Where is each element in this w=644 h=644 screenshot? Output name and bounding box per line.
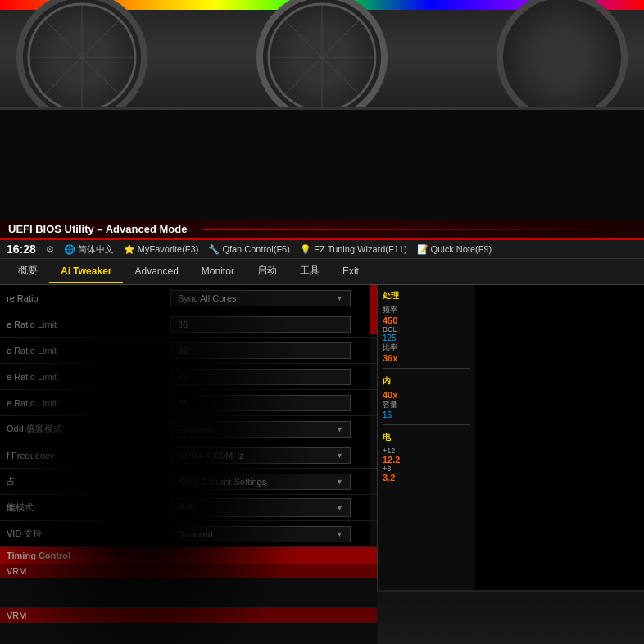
dropdown-keep-current[interactable]: Keep Current Settings (170, 474, 351, 490)
fan-left (16, 0, 147, 123)
toolbar-qfan[interactable]: 🔧 Qfan Control(F6) (208, 244, 290, 255)
nav-menu: 概要 Ai Tweaker Advanced Monitor 启动 工具 Exi… (0, 259, 644, 285)
mem-value: 40x (383, 390, 470, 400)
section-vrm2: VRM (0, 608, 377, 623)
globe-icon: 🌐 (64, 244, 75, 255)
nav-item-tools[interactable]: 工具 (288, 259, 331, 284)
toolbar-time: 16:28 (7, 243, 36, 256)
value-keep: Keep Current Settings (164, 471, 377, 492)
input-ratio-limit-4[interactable]: 36 (170, 395, 351, 411)
label-ratio-limit-4: e Ratio Limit (0, 394, 164, 412)
left-panel: re Ratio Sync All Cores e Ratio Limit 36 (0, 285, 377, 644)
setting-row-vid: VID 支持 Disabled (0, 521, 377, 547)
nav-item-boot[interactable]: 启动 (246, 259, 288, 284)
mem-cap-label: 容量 (383, 400, 470, 410)
value-frequency: DDR4-4000MHz (164, 445, 377, 466)
label-keep: 占 (0, 471, 164, 492)
value-ratio-limit-1: 36 (164, 314, 377, 335)
label-power-mode: 能模式 (0, 497, 164, 518)
dropdown-sync-all-cores[interactable]: Sync All Cores (170, 290, 351, 306)
fan-right (497, 0, 628, 123)
section-timing: Timing Control (0, 547, 377, 564)
power-section-title: 电 (383, 432, 470, 443)
setting-row-ratio-limit-2: e Ratio Limit 36 (0, 338, 377, 364)
value-ratio-limit-4: 36 (164, 392, 377, 414)
mem-section-title: 内 (383, 375, 470, 387)
mem-info-section: 内 40x 容量 16 (383, 375, 470, 425)
toolbar: 16:28 ⚙ 🌐 简体中文 ⭐ MyFavorite(F3) 🔧 Qfan C… (0, 240, 644, 259)
setting-row-keep: 占 Keep Current Settings (0, 469, 377, 495)
label-frequency: f Frequency (0, 447, 164, 465)
bcl-label: BCL (383, 325, 470, 333)
dropdown-enabled[interactable]: Enabled (170, 421, 351, 438)
nav-item-exit[interactable]: Exit (331, 261, 370, 283)
title-bar: UEFI BIOS Utility – Advanced Mode (0, 220, 644, 240)
bios-screen: UEFI BIOS Utility – Advanced Mode 16:28 … (0, 220, 644, 644)
settings-table: re Ratio Sync All Cores e Ratio Limit 36 (0, 285, 377, 644)
setting-row-empty2 (0, 623, 377, 644)
freq-value: 450 (383, 315, 470, 325)
monitor-frame: UEFI BIOS Utility – Advanced Mode 16:28 … (0, 107, 644, 644)
power-val1: +12 (383, 447, 470, 455)
freq-label: 频率 (383, 305, 470, 315)
label-ratio-limit-2: e Ratio Limit (0, 342, 164, 360)
label-ratio-limit-1: e Ratio Limit (0, 315, 164, 333)
gear-icon: ⚙ (46, 244, 54, 255)
nav-item-advanced[interactable]: Advanced (123, 261, 189, 283)
value-ratio-limit-2: 36 (164, 340, 377, 361)
dropdown-guanbi[interactable]: 关闭 (170, 498, 351, 517)
input-ratio-limit-1[interactable]: 36 (170, 316, 351, 333)
value-power-mode: 关闭 (164, 496, 377, 519)
toolbar-eztuning[interactable]: 💡 EZ Tuning Wizard(F11) (300, 244, 407, 255)
mem-cap-value: 16 (383, 410, 470, 420)
setting-row-empty1 (0, 578, 377, 608)
setting-row-frequency: f Frequency DDR4-4000MHz (0, 442, 377, 469)
label-vid: VID 支持 (0, 524, 164, 544)
power-val1b: 12.2 (383, 455, 470, 465)
dropdown-disabled[interactable]: Disabled (170, 526, 351, 542)
ratio-value: 36x (383, 353, 470, 363)
section-vrm: VRM (0, 564, 377, 578)
cpu-info-section: 处理 频率 450 BCL 125 比率 36x (383, 290, 470, 369)
label-ratio-limit-3: e Ratio Limit (0, 368, 164, 386)
nav-item-monitor[interactable]: Monitor (190, 261, 246, 283)
value-odd: Enabled (164, 419, 377, 440)
power-val2b: 3.2 (383, 473, 470, 483)
input-ratio-limit-3[interactable]: 36 (170, 369, 351, 385)
setting-row-power-mode: 能模式 关闭 (0, 495, 377, 521)
wizard-icon: 💡 (300, 244, 311, 255)
label-odd: Odd 倍频模式 (0, 419, 164, 439)
value-ratio-limit-3: 36 (164, 366, 377, 388)
dropdown-ddr4[interactable]: DDR4-4000MHz (170, 447, 351, 464)
toolbar-myfavorite[interactable]: ⭐ MyFavorite(F3) (124, 244, 199, 255)
toolbar-language[interactable]: 🌐 简体中文 (64, 243, 114, 256)
setting-row-ratio-limit-1: e Ratio Limit 36 (0, 311, 377, 338)
cpu-section-title: 处理 (383, 290, 470, 302)
value-re-ratio: Sync All Cores (164, 288, 377, 309)
note-icon: 📝 (417, 244, 429, 255)
ratio-label: 比率 (383, 342, 470, 353)
nav-item-overview[interactable]: 概要 (7, 259, 49, 284)
star-icon: ⭐ (124, 244, 135, 255)
label-re-ratio: re Ratio (0, 289, 164, 307)
setting-row-ratio-limit-4: e Ratio Limit 36 (0, 390, 377, 416)
title-deco (203, 229, 636, 230)
input-ratio-limit-2[interactable]: 36 (170, 342, 351, 359)
fan-icon: 🔧 (208, 244, 220, 255)
setting-row-odd: Odd 倍频模式 Enabled (0, 416, 377, 442)
toolbar-quicknote[interactable]: 📝 Quick Note(F9) (417, 244, 492, 255)
setting-row-ratio: re Ratio Sync All Cores (0, 285, 377, 311)
value-vid: Disabled (164, 524, 377, 545)
bios-title: UEFI BIOS Utility – Advanced Mode (8, 223, 187, 235)
power-val2: +3 (383, 465, 470, 473)
fan-center (256, 0, 388, 123)
nav-item-aitweaker[interactable]: Ai Tweaker (49, 261, 123, 283)
setting-row-ratio-limit-3: e Ratio Limit 36 (0, 364, 377, 390)
power-info-section: 电 +12 12.2 +3 3.2 (383, 432, 470, 488)
bcl-value: 125 (383, 333, 470, 342)
